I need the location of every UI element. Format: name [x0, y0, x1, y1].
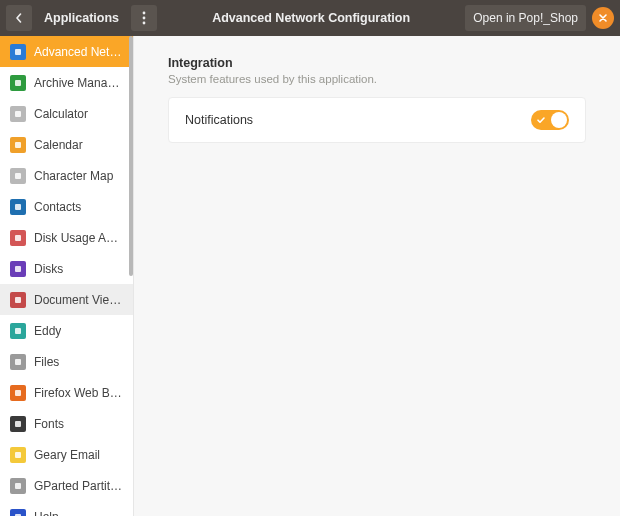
svg-rect-12	[15, 328, 21, 334]
svg-rect-14	[15, 390, 21, 396]
sidebar-item-label: Help	[34, 510, 59, 517]
sidebar-item-label: Character Map	[34, 169, 113, 183]
integration-card: Notifications	[168, 97, 586, 143]
svg-point-2	[143, 22, 146, 25]
calculator-icon	[10, 106, 26, 122]
kebab-menu-icon	[142, 11, 146, 25]
svg-rect-10	[15, 266, 21, 272]
back-button[interactable]	[6, 5, 32, 31]
svg-rect-3	[15, 49, 21, 55]
sidebar-item-label: Document Viewer	[34, 293, 123, 307]
gparted-icon	[10, 478, 26, 494]
sidebar-item-label: Advanced Network Con…	[34, 45, 123, 59]
section-subtitle: System features used by this application…	[168, 73, 586, 85]
sidebar-item-character-map[interactable]: Character Map	[0, 160, 133, 191]
sidebar-item-contacts[interactable]: Contacts	[0, 191, 133, 222]
svg-rect-6	[15, 142, 21, 148]
headerbar: Applications Advanced Network Configurat…	[0, 0, 620, 36]
window-body: Advanced Network Con…Archive ManagerCalc…	[0, 36, 620, 516]
sidebar-item-disk-usage-analyzer[interactable]: Disk Usage Analyzer	[0, 222, 133, 253]
svg-rect-11	[15, 297, 21, 303]
help-icon	[10, 509, 26, 517]
sidebar-item-firefox-web-browser[interactable]: Firefox Web Browser	[0, 377, 133, 408]
sidebar-item-document-viewer[interactable]: Document Viewer	[0, 284, 133, 315]
main-content: Integration System features used by this…	[134, 36, 620, 516]
sidebar-item-files[interactable]: Files	[0, 346, 133, 377]
svg-rect-15	[15, 421, 21, 427]
svg-rect-17	[15, 483, 21, 489]
notifications-label: Notifications	[185, 113, 253, 127]
disk-usage-icon	[10, 230, 26, 246]
svg-rect-9	[15, 235, 21, 241]
geary-icon	[10, 447, 26, 463]
sidebar-item-label: Calendar	[34, 138, 83, 152]
character-map-icon	[10, 168, 26, 184]
svg-point-0	[143, 12, 146, 15]
sidebar-item-eddy[interactable]: Eddy	[0, 315, 133, 346]
svg-point-1	[143, 17, 146, 20]
sidebar-item-label: Disks	[34, 262, 63, 276]
sidebar-item-geary-email[interactable]: Geary Email	[0, 439, 133, 470]
sidebar-item-label: Archive Manager	[34, 76, 123, 90]
close-icon	[598, 11, 608, 26]
svg-rect-13	[15, 359, 21, 365]
check-icon	[536, 113, 546, 128]
sidebar-item-fonts[interactable]: Fonts	[0, 408, 133, 439]
sidebar-item-label: Eddy	[34, 324, 61, 338]
sidebar-item-label: Files	[34, 355, 59, 369]
sidebar-item-gparted-partition-editor[interactable]: GParted Partition Editor	[0, 470, 133, 501]
sidebar-item-label: Fonts	[34, 417, 64, 431]
fonts-icon	[10, 416, 26, 432]
svg-rect-16	[15, 452, 21, 458]
sidebar-item-label: Firefox Web Browser	[34, 386, 123, 400]
notifications-row: Notifications	[169, 98, 585, 142]
firefox-icon	[10, 385, 26, 401]
archive-icon	[10, 75, 26, 91]
sidebar-item-archive-manager[interactable]: Archive Manager	[0, 67, 133, 98]
section-title: Integration	[168, 56, 586, 70]
svg-rect-8	[15, 204, 21, 210]
sidebar-item-label: Calculator	[34, 107, 88, 121]
sidebar-item-label: Geary Email	[34, 448, 100, 462]
svg-rect-5	[15, 111, 21, 117]
settings-window: Applications Advanced Network Configurat…	[0, 0, 620, 516]
applications-sidebar: Advanced Network Con…Archive ManagerCalc…	[0, 36, 134, 516]
disks-icon	[10, 261, 26, 277]
svg-rect-4	[15, 80, 21, 86]
eddy-icon	[10, 323, 26, 339]
sidebar-item-calculator[interactable]: Calculator	[0, 98, 133, 129]
sidebar-item-calendar[interactable]: Calendar	[0, 129, 133, 160]
calendar-icon	[10, 137, 26, 153]
notifications-toggle[interactable]	[531, 110, 569, 130]
sidebar-item-disks[interactable]: Disks	[0, 253, 133, 284]
menu-button[interactable]	[131, 5, 157, 31]
sidebar-item-label: Disk Usage Analyzer	[34, 231, 123, 245]
close-button[interactable]	[592, 7, 614, 29]
sidebar-item-label: Contacts	[34, 200, 81, 214]
network-icon	[10, 44, 26, 60]
sidebar-item-label: GParted Partition Editor	[34, 479, 123, 493]
sidebar-item-advanced-network-con[interactable]: Advanced Network Con…	[0, 36, 133, 67]
contacts-icon	[10, 199, 26, 215]
document-viewer-icon	[10, 292, 26, 308]
files-icon	[10, 354, 26, 370]
page-title: Advanced Network Configuration	[163, 11, 459, 25]
sidebar-item-help[interactable]: Help	[0, 501, 133, 516]
chevron-left-icon	[14, 13, 24, 23]
open-in-shop-button[interactable]: Open in Pop!_Shop	[465, 5, 586, 31]
headerbar-section-label: Applications	[38, 11, 125, 25]
svg-rect-7	[15, 173, 21, 179]
scrollbar[interactable]	[129, 36, 133, 276]
